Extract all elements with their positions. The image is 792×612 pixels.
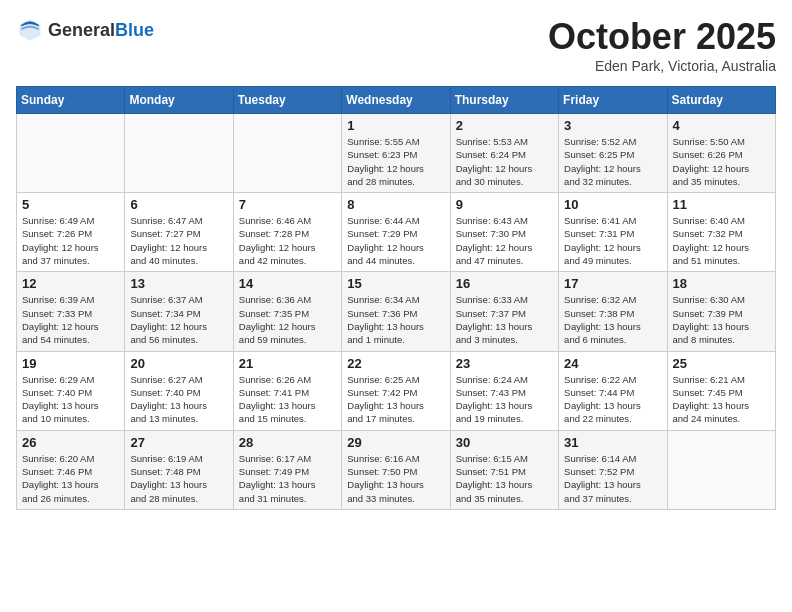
calendar-cell: 27Sunrise: 6:19 AM Sunset: 7:48 PM Dayli… <box>125 430 233 509</box>
day-number: 31 <box>564 435 661 450</box>
day-info: Sunrise: 6:40 AM Sunset: 7:32 PM Dayligh… <box>673 214 770 267</box>
day-info: Sunrise: 6:19 AM Sunset: 7:48 PM Dayligh… <box>130 452 227 505</box>
weekday-header-sunday: Sunday <box>17 87 125 114</box>
calendar-cell: 12Sunrise: 6:39 AM Sunset: 7:33 PM Dayli… <box>17 272 125 351</box>
day-number: 4 <box>673 118 770 133</box>
calendar-week-1: 1Sunrise: 5:55 AM Sunset: 6:23 PM Daylig… <box>17 114 776 193</box>
logo-blue: Blue <box>115 20 154 40</box>
day-number: 2 <box>456 118 553 133</box>
day-info: Sunrise: 6:41 AM Sunset: 7:31 PM Dayligh… <box>564 214 661 267</box>
calendar-week-3: 12Sunrise: 6:39 AM Sunset: 7:33 PM Dayli… <box>17 272 776 351</box>
calendar-cell: 7Sunrise: 6:46 AM Sunset: 7:28 PM Daylig… <box>233 193 341 272</box>
calendar-cell: 4Sunrise: 5:50 AM Sunset: 6:26 PM Daylig… <box>667 114 775 193</box>
weekday-header-wednesday: Wednesday <box>342 87 450 114</box>
day-info: Sunrise: 6:25 AM Sunset: 7:42 PM Dayligh… <box>347 373 444 426</box>
day-info: Sunrise: 6:15 AM Sunset: 7:51 PM Dayligh… <box>456 452 553 505</box>
calendar-cell: 14Sunrise: 6:36 AM Sunset: 7:35 PM Dayli… <box>233 272 341 351</box>
weekday-header-saturday: Saturday <box>667 87 775 114</box>
day-number: 1 <box>347 118 444 133</box>
day-number: 22 <box>347 356 444 371</box>
day-info: Sunrise: 5:50 AM Sunset: 6:26 PM Dayligh… <box>673 135 770 188</box>
title-block: October 2025 Eden Park, Victoria, Austra… <box>548 16 776 74</box>
day-info: Sunrise: 6:46 AM Sunset: 7:28 PM Dayligh… <box>239 214 336 267</box>
day-number: 17 <box>564 276 661 291</box>
calendar-location: Eden Park, Victoria, Australia <box>548 58 776 74</box>
weekday-header-thursday: Thursday <box>450 87 558 114</box>
day-info: Sunrise: 6:39 AM Sunset: 7:33 PM Dayligh… <box>22 293 119 346</box>
day-info: Sunrise: 6:16 AM Sunset: 7:50 PM Dayligh… <box>347 452 444 505</box>
calendar-cell <box>233 114 341 193</box>
calendar-cell: 26Sunrise: 6:20 AM Sunset: 7:46 PM Dayli… <box>17 430 125 509</box>
weekday-header-friday: Friday <box>559 87 667 114</box>
day-info: Sunrise: 6:22 AM Sunset: 7:44 PM Dayligh… <box>564 373 661 426</box>
day-number: 9 <box>456 197 553 212</box>
calendar-cell: 1Sunrise: 5:55 AM Sunset: 6:23 PM Daylig… <box>342 114 450 193</box>
day-info: Sunrise: 6:32 AM Sunset: 7:38 PM Dayligh… <box>564 293 661 346</box>
day-number: 5 <box>22 197 119 212</box>
day-info: Sunrise: 5:55 AM Sunset: 6:23 PM Dayligh… <box>347 135 444 188</box>
day-number: 24 <box>564 356 661 371</box>
day-info: Sunrise: 6:17 AM Sunset: 7:49 PM Dayligh… <box>239 452 336 505</box>
calendar-cell: 10Sunrise: 6:41 AM Sunset: 7:31 PM Dayli… <box>559 193 667 272</box>
day-number: 11 <box>673 197 770 212</box>
day-number: 20 <box>130 356 227 371</box>
day-number: 13 <box>130 276 227 291</box>
calendar-cell: 31Sunrise: 6:14 AM Sunset: 7:52 PM Dayli… <box>559 430 667 509</box>
day-info: Sunrise: 5:53 AM Sunset: 6:24 PM Dayligh… <box>456 135 553 188</box>
day-number: 30 <box>456 435 553 450</box>
calendar-cell: 11Sunrise: 6:40 AM Sunset: 7:32 PM Dayli… <box>667 193 775 272</box>
logo-general: General <box>48 20 115 40</box>
logo-icon <box>16 16 44 44</box>
day-info: Sunrise: 6:33 AM Sunset: 7:37 PM Dayligh… <box>456 293 553 346</box>
day-number: 29 <box>347 435 444 450</box>
logo-text: GeneralBlue <box>48 20 154 41</box>
calendar-cell: 20Sunrise: 6:27 AM Sunset: 7:40 PM Dayli… <box>125 351 233 430</box>
calendar-cell: 8Sunrise: 6:44 AM Sunset: 7:29 PM Daylig… <box>342 193 450 272</box>
day-info: Sunrise: 6:37 AM Sunset: 7:34 PM Dayligh… <box>130 293 227 346</box>
day-info: Sunrise: 6:47 AM Sunset: 7:27 PM Dayligh… <box>130 214 227 267</box>
calendar-cell: 28Sunrise: 6:17 AM Sunset: 7:49 PM Dayli… <box>233 430 341 509</box>
calendar-cell: 17Sunrise: 6:32 AM Sunset: 7:38 PM Dayli… <box>559 272 667 351</box>
day-number: 25 <box>673 356 770 371</box>
weekday-header-tuesday: Tuesday <box>233 87 341 114</box>
day-number: 3 <box>564 118 661 133</box>
day-info: Sunrise: 6:49 AM Sunset: 7:26 PM Dayligh… <box>22 214 119 267</box>
calendar-cell: 25Sunrise: 6:21 AM Sunset: 7:45 PM Dayli… <box>667 351 775 430</box>
day-info: Sunrise: 6:14 AM Sunset: 7:52 PM Dayligh… <box>564 452 661 505</box>
calendar-cell: 21Sunrise: 6:26 AM Sunset: 7:41 PM Dayli… <box>233 351 341 430</box>
calendar-cell: 2Sunrise: 5:53 AM Sunset: 6:24 PM Daylig… <box>450 114 558 193</box>
day-number: 21 <box>239 356 336 371</box>
day-number: 26 <box>22 435 119 450</box>
day-number: 28 <box>239 435 336 450</box>
calendar-cell: 15Sunrise: 6:34 AM Sunset: 7:36 PM Dayli… <box>342 272 450 351</box>
day-number: 16 <box>456 276 553 291</box>
calendar-cell: 23Sunrise: 6:24 AM Sunset: 7:43 PM Dayli… <box>450 351 558 430</box>
calendar-week-2: 5Sunrise: 6:49 AM Sunset: 7:26 PM Daylig… <box>17 193 776 272</box>
day-info: Sunrise: 6:26 AM Sunset: 7:41 PM Dayligh… <box>239 373 336 426</box>
day-number: 14 <box>239 276 336 291</box>
day-number: 10 <box>564 197 661 212</box>
day-info: Sunrise: 6:30 AM Sunset: 7:39 PM Dayligh… <box>673 293 770 346</box>
day-number: 7 <box>239 197 336 212</box>
day-number: 19 <box>22 356 119 371</box>
calendar-cell: 3Sunrise: 5:52 AM Sunset: 6:25 PM Daylig… <box>559 114 667 193</box>
calendar-cell <box>17 114 125 193</box>
day-info: Sunrise: 6:44 AM Sunset: 7:29 PM Dayligh… <box>347 214 444 267</box>
calendar-cell <box>667 430 775 509</box>
day-number: 27 <box>130 435 227 450</box>
calendar-title: October 2025 <box>548 16 776 58</box>
day-info: Sunrise: 6:36 AM Sunset: 7:35 PM Dayligh… <box>239 293 336 346</box>
calendar-week-5: 26Sunrise: 6:20 AM Sunset: 7:46 PM Dayli… <box>17 430 776 509</box>
day-number: 6 <box>130 197 227 212</box>
day-info: Sunrise: 6:34 AM Sunset: 7:36 PM Dayligh… <box>347 293 444 346</box>
day-info: Sunrise: 5:52 AM Sunset: 6:25 PM Dayligh… <box>564 135 661 188</box>
day-info: Sunrise: 6:43 AM Sunset: 7:30 PM Dayligh… <box>456 214 553 267</box>
calendar-cell: 29Sunrise: 6:16 AM Sunset: 7:50 PM Dayli… <box>342 430 450 509</box>
day-number: 18 <box>673 276 770 291</box>
weekday-header-monday: Monday <box>125 87 233 114</box>
calendar-cell: 16Sunrise: 6:33 AM Sunset: 7:37 PM Dayli… <box>450 272 558 351</box>
calendar-cell: 30Sunrise: 6:15 AM Sunset: 7:51 PM Dayli… <box>450 430 558 509</box>
day-number: 12 <box>22 276 119 291</box>
day-number: 15 <box>347 276 444 291</box>
calendar-cell: 13Sunrise: 6:37 AM Sunset: 7:34 PM Dayli… <box>125 272 233 351</box>
